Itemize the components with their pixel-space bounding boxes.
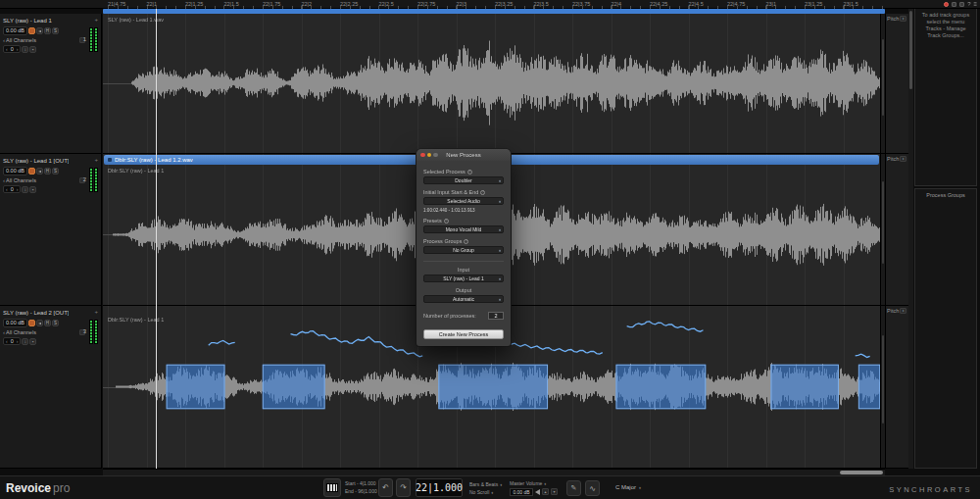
initial-input-dropdown[interactable]: Selected Audio♦	[423, 197, 504, 205]
dot-icon[interactable]: ▪	[29, 46, 36, 53]
level-meter	[89, 27, 98, 52]
window-toolbar: ? ≡	[944, 1, 977, 7]
undo-button[interactable]: ↶	[378, 478, 393, 497]
selected-process-dropdown[interactable]: Doubler♦	[423, 176, 504, 184]
solo-button[interactable]: S	[52, 168, 59, 175]
track-number: 3	[83, 328, 86, 334]
track-header[interactable]: SLY (raw) - Lead 1 + 0.00 dB H S 1 ‹ All…	[0, 14, 102, 154]
move-icon[interactable]: +	[94, 309, 98, 315]
ruler-label: 23|1	[766, 1, 777, 7]
chevron-left-icon[interactable]: ‹	[3, 177, 5, 183]
session-end: End - 96|1.000	[345, 488, 377, 496]
hide-button[interactable]: H	[44, 168, 51, 175]
stepper-plus-icon[interactable]: ›	[17, 187, 19, 192]
num-processes-input[interactable]: 2	[488, 312, 504, 320]
pitch-dropdown[interactable]: ♦	[900, 16, 906, 22]
chevron-left-icon[interactable]: ‹	[3, 329, 5, 335]
track-name[interactable]: SLY (raw) - Lead 1 [OUT]	[3, 158, 69, 164]
pitch-dropdown[interactable]: ♦	[900, 156, 906, 162]
move-icon[interactable]: +	[94, 17, 98, 23]
stepper-plus-icon[interactable]: ›	[17, 47, 19, 52]
keyboard-button[interactable]	[323, 478, 341, 497]
info-icon[interactable]: ?	[444, 219, 449, 224]
volume-down-button[interactable]: ▾	[551, 488, 558, 495]
time-format-select[interactable]: Bars & Beats♦	[469, 480, 502, 488]
new-process-dialog: New Process Selected Process? Doubler♦ I…	[416, 149, 511, 346]
menu-icon[interactable]: ≡	[973, 1, 977, 7]
help-icon[interactable]: ?	[967, 1, 970, 7]
channels-select[interactable]: All Channels	[6, 177, 36, 183]
speaker-icon	[535, 489, 540, 495]
wave-tool-button[interactable]: ∿	[585, 480, 600, 496]
track-header[interactable]: SLY (raw) - Lead 1 [OUT] + 0.00 dB H S 2…	[0, 154, 102, 306]
speaker-icon[interactable]	[36, 27, 43, 34]
key-signature-select[interactable]: C Major ♦	[615, 484, 641, 490]
ruler-label: 21|4.75	[108, 1, 125, 7]
layout-panels-icon[interactable]	[952, 2, 956, 7]
updown-icon[interactable]: ↕	[22, 338, 28, 345]
track-lane[interactable]: SLY (raw) - Lead 1.wav	[103, 14, 885, 154]
track-name[interactable]: SLY (raw) - Lead 1	[3, 18, 52, 24]
updown-icon[interactable]: ↕	[22, 46, 28, 53]
info-icon[interactable]: ?	[464, 239, 468, 244]
track-name[interactable]: SLY (raw) - Lead 2 [OUT]	[3, 310, 69, 316]
pitch-dropdown[interactable]: ♦	[900, 308, 906, 314]
volume-up-button[interactable]: ▴	[542, 488, 549, 495]
ruler-label: 22|1	[147, 1, 158, 7]
track-gain[interactable]: 0.00 dB	[3, 319, 27, 327]
info-icon[interactable]: ?	[480, 190, 485, 195]
channels-select[interactable]: All Channels	[6, 329, 36, 335]
move-icon[interactable]: +	[94, 157, 98, 163]
playhead[interactable]	[156, 9, 157, 469]
presets-dropdown[interactable]: Mono Vocal Mild♦	[423, 225, 504, 233]
waveform-canvas[interactable]	[103, 14, 885, 153]
hide-button[interactable]: H	[44, 27, 51, 34]
stepper-plus-icon[interactable]: ›	[17, 339, 19, 344]
pan-stepper[interactable]: ‹ 0 ›	[3, 185, 21, 193]
stepper-minus-icon[interactable]: ‹	[6, 187, 8, 192]
track-header[interactable]: SLY (raw) - Lead 2 [OUT] + 0.00 dB H S 3…	[0, 306, 102, 469]
pan-stepper[interactable]: ‹ 0 ›	[3, 337, 21, 345]
timeline-ruler[interactable]: 21|4.7522|122|1.2522|1.522|1.7522|222|2.…	[0, 0, 980, 9]
speaker-icon[interactable]	[36, 320, 43, 326]
vertical-scrollbar[interactable]	[908, 9, 913, 469]
dot-icon[interactable]: ▪	[29, 338, 36, 345]
output-dropdown[interactable]: Automatic♦	[423, 295, 504, 303]
track-gain[interactable]: 0.00 dB	[3, 167, 27, 175]
initial-input-label: Initial Input Start & End	[423, 189, 478, 195]
solo-button[interactable]: S	[52, 320, 59, 326]
input-dropdown[interactable]: SLY (raw) - Lead 1♦	[423, 274, 504, 282]
stepper-minus-icon[interactable]: ‹	[6, 339, 8, 344]
dialog-titlebar[interactable]: New Process	[416, 149, 511, 161]
chevron-left-icon[interactable]: ‹	[3, 37, 5, 43]
redo-button[interactable]: ↷	[396, 478, 411, 497]
create-new-process-button[interactable]: Create New Process	[423, 329, 504, 339]
process-groups-dropdown[interactable]: No Group♦	[423, 246, 504, 254]
updown-icon[interactable]: ↕	[22, 186, 28, 193]
layout-grid-icon[interactable]	[959, 2, 964, 7]
time-display[interactable]: 22|1.000	[416, 478, 463, 497]
selection-bar[interactable]	[103, 9, 885, 14]
master-volume-value[interactable]: 0.00 dB	[510, 488, 533, 496]
speaker-icon[interactable]	[36, 168, 43, 175]
horizontal-scrollbar[interactable]	[103, 469, 885, 475]
track-gain[interactable]: 0.00 dB	[3, 26, 27, 35]
scroll-mode-select[interactable]: No Scroll♦	[469, 488, 502, 496]
record-icon[interactable]	[28, 168, 35, 175]
ruler-label: 22|3.75	[572, 1, 590, 7]
solo-button[interactable]: S	[52, 27, 59, 34]
dropdown-arrows-icon: ♦	[499, 248, 501, 253]
scroll-mode-value: No Scroll	[469, 489, 489, 495]
master-volume-select[interactable]: Master Volume♦	[510, 480, 558, 486]
hide-button[interactable]: H	[44, 320, 51, 326]
stepper-minus-icon[interactable]: ‹	[6, 47, 8, 52]
dot-icon[interactable]: ▪	[29, 186, 36, 193]
info-icon[interactable]: ?	[467, 170, 472, 175]
record-indicator-icon[interactable]	[944, 2, 949, 7]
channels-select[interactable]: All Channels	[6, 37, 36, 43]
record-icon[interactable]	[28, 320, 35, 326]
edit-tool-button[interactable]: ✎	[566, 480, 581, 496]
record-icon[interactable]	[28, 27, 35, 34]
pan-stepper[interactable]: ‹ 0 ›	[3, 45, 21, 53]
ruler-label: 22|1.75	[263, 1, 280, 7]
